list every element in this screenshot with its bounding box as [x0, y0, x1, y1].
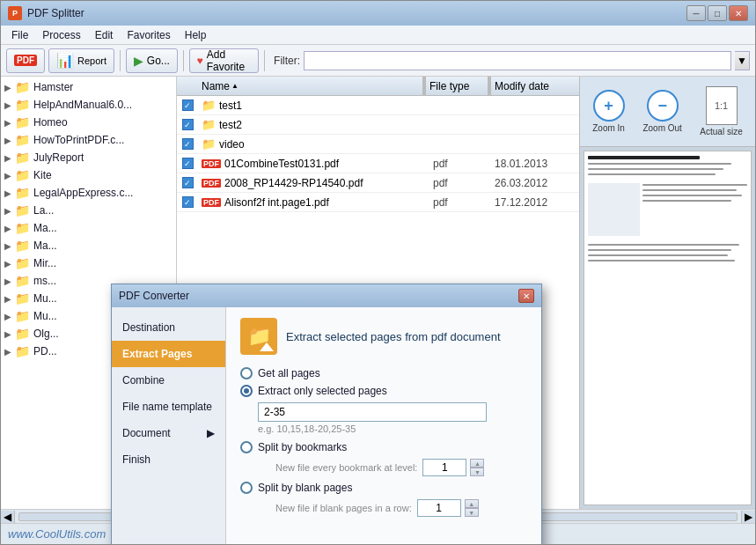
tree-item[interactable]: ▶ 📁 HelpAndManual6.0...: [1, 96, 176, 114]
options-group: Get all pages Extract only selected page…: [240, 367, 527, 517]
tree-item[interactable]: ▶ 📁 Homeo: [1, 114, 176, 131]
tree-item[interactable]: ▶ 📁 HowToPrintPDF.c...: [1, 131, 176, 149]
split-blank-radio[interactable]: [240, 482, 253, 494]
blank-pages-input[interactable]: [417, 499, 461, 517]
modal-header-text: Extract selected pages from pdf document: [286, 330, 501, 343]
date-column-header[interactable]: Modify date: [491, 78, 579, 94]
tree-item[interactable]: ▶ 📁 Kite: [1, 166, 176, 184]
window-close-button[interactable]: ✕: [729, 5, 748, 21]
table-row[interactable]: 📁 test2: [177, 115, 579, 135]
row-check-cell[interactable]: [177, 99, 198, 111]
add-favorite-button[interactable]: ♥ Add Favorite: [189, 48, 260, 73]
row-checkbox[interactable]: [182, 177, 194, 188]
row-check-cell[interactable]: [177, 177, 198, 188]
row-check-cell[interactable]: [177, 196, 198, 208]
tree-item[interactable]: ▶ 📁 La...: [1, 202, 176, 219]
minimize-button[interactable]: ─: [686, 5, 706, 21]
row-checkbox[interactable]: [182, 119, 194, 130]
bookmark-level-text: New file every bookmark at level:: [275, 462, 417, 473]
row-checkbox[interactable]: [182, 138, 194, 150]
name-column-header[interactable]: Name ▲: [198, 78, 422, 94]
type-column-header[interactable]: File type: [426, 78, 488, 94]
tree-item[interactable]: ▶ 📁 Ma...: [1, 219, 176, 237]
preview-image: [584, 151, 752, 505]
scroll-left-btn[interactable]: ◀: [1, 511, 15, 523]
zoom-in-icon: +: [593, 90, 625, 122]
split-bookmarks-radio[interactable]: [240, 441, 253, 453]
get-all-radio[interactable]: [240, 367, 253, 379]
row-type-cell: pdf: [429, 158, 491, 170]
nav-combine[interactable]: Combine: [112, 367, 225, 394]
modal-nav: Destination Extract Pages Combine File n…: [112, 307, 226, 544]
menu-process[interactable]: Process: [35, 27, 87, 43]
tree-item[interactable]: ▶ 📁 JulyReport: [1, 149, 176, 166]
modal-close-button[interactable]: ✕: [518, 289, 534, 303]
extract-selected-option[interactable]: Extract only selected pages: [240, 385, 527, 397]
extract-selected-radio[interactable]: [240, 385, 253, 397]
menu-file[interactable]: File: [4, 27, 35, 43]
preview-line: [642, 184, 747, 186]
pdf-icon-btn[interactable]: PDF: [6, 48, 45, 73]
bookmark-increment-btn[interactable]: ▲: [470, 459, 484, 468]
nav-document[interactable]: Document ▶: [112, 420, 225, 446]
table-row[interactable]: 📁 test1: [177, 96, 579, 115]
nav-finish[interactable]: Finish: [112, 446, 225, 473]
table-row[interactable]: 📁 video: [177, 135, 579, 154]
nav-extract-pages[interactable]: Extract Pages: [112, 341, 225, 367]
tree-item[interactable]: ▶ 📁 Ma...: [1, 237, 176, 254]
preview-line: [588, 163, 731, 165]
row-name-cell: 📁 test2: [198, 118, 429, 131]
row-check-cell[interactable]: [177, 138, 198, 150]
row-checkbox[interactable]: [182, 99, 194, 111]
blank-increment-btn[interactable]: ▲: [465, 499, 479, 508]
row-name: video: [219, 138, 245, 151]
scroll-right-btn[interactable]: ▶: [741, 511, 755, 523]
report-icon-btn[interactable]: 📊 Report: [48, 48, 114, 73]
nav-file-name-template[interactable]: File name template: [112, 394, 225, 420]
row-name: 01CombineTest0131.pdf: [224, 158, 339, 170]
actual-size-label: Actual size: [700, 127, 742, 136]
filter-dropdown[interactable]: ▼: [735, 51, 750, 70]
blank-decrement-btn[interactable]: ▼: [465, 508, 479, 517]
get-all-pages-option[interactable]: Get all pages: [240, 367, 527, 379]
go-button[interactable]: ▶ Go...: [126, 48, 178, 73]
table-row[interactable]: PDF 01CombineTest0131.pdf pdf 18.01.2013: [177, 154, 579, 173]
menu-help[interactable]: Help: [178, 27, 214, 43]
row-check-cell[interactable]: [177, 158, 198, 169]
preview-area: + Zoom In − Zoom Out 1:1 Actual size: [579, 77, 755, 509]
tree-item[interactable]: ▶ 📁 LegalAppExpress.c...: [1, 184, 176, 202]
actual-size-button[interactable]: 1:1 Actual size: [700, 86, 742, 136]
bookmark-decrement-btn[interactable]: ▼: [470, 468, 484, 476]
tree-item[interactable]: ▶ 📁 Mir...: [1, 254, 176, 272]
folder-icon: 📁: [202, 137, 216, 151]
preview-columns: [588, 183, 747, 236]
row-name-cell: PDF Alisonf2f int.page1.pdf: [198, 196, 429, 209]
zoom-in-button[interactable]: + Zoom In: [592, 90, 625, 133]
zoom-out-button[interactable]: − Zoom Out: [642, 90, 681, 133]
zoom-out-icon: −: [647, 90, 679, 122]
expand-icon: ▶: [4, 188, 15, 198]
split-blank-option[interactable]: Split by blank pages: [240, 482, 527, 494]
filter-input[interactable]: [304, 51, 731, 70]
preview-line: [588, 249, 731, 251]
nav-destination[interactable]: Destination: [112, 314, 225, 341]
pages-input[interactable]: [258, 402, 487, 422]
maximize-button[interactable]: □: [708, 5, 727, 21]
row-checkbox[interactable]: [182, 158, 194, 169]
preview-col: [588, 183, 640, 236]
modal-content-panel: 📁 Extract selected pages from pdf docume…: [226, 307, 541, 544]
toolbar-separator-3: [264, 50, 265, 71]
menu-favorites[interactable]: Favorites: [120, 27, 177, 43]
table-row[interactable]: PDF 2008_RP14429-RP14540.pdf pdf 26.03.2…: [177, 173, 579, 193]
table-row[interactable]: PDF Alisonf2f int.page1.pdf pdf 17.12.20…: [177, 193, 579, 212]
menu-edit[interactable]: Edit: [88, 27, 121, 43]
row-check-cell[interactable]: [177, 119, 198, 130]
bookmark-level-input[interactable]: [422, 459, 466, 476]
tree-item[interactable]: ▶ 📁 Hamster: [1, 78, 176, 96]
row-checkbox[interactable]: [182, 196, 194, 208]
split-bookmarks-option[interactable]: Split by bookmarks: [240, 441, 527, 453]
expand-icon: ▶: [4, 83, 15, 92]
preview-line: [642, 200, 731, 202]
zoom-in-label: Zoom In: [592, 123, 625, 133]
folder-icon: 📁: [15, 221, 30, 235]
